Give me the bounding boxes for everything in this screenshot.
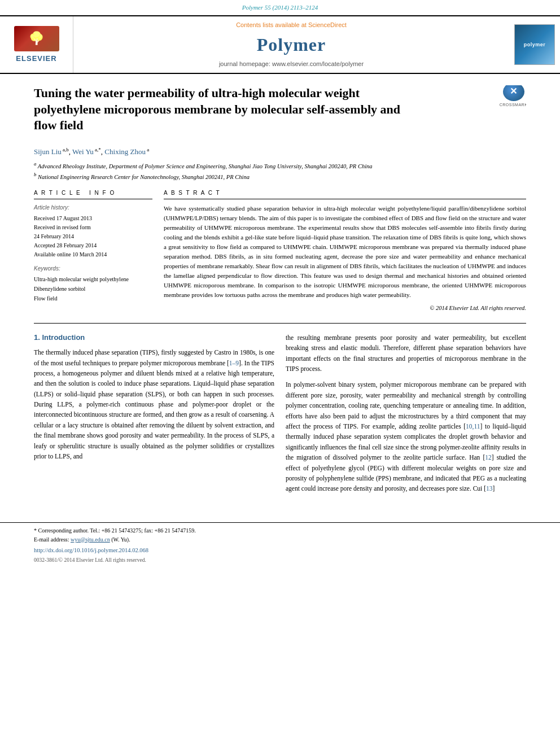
- citation-text: Polymer 55 (2014) 2113–2124: [242, 4, 318, 11]
- science-direct-prefix: Contents lists available at: [236, 21, 308, 28]
- introduction-section: 1. Introduction The thermally induced ph…: [34, 333, 526, 500]
- journal-name: Polymer: [257, 32, 326, 58]
- article-history-label: Article history:: [34, 204, 152, 212]
- affiliation-a: a Advanced Rheology Institute, Departmen…: [34, 160, 526, 171]
- intro-title: 1. Introduction: [34, 333, 274, 343]
- doi-link[interactable]: http://dx.doi.org/10.1016/j.polymer.2014…: [34, 547, 526, 555]
- author-sijun-liu[interactable]: Sijun Liu: [34, 147, 62, 156]
- affiliations: a Advanced Rheology Institute, Departmen…: [34, 160, 526, 181]
- crossmark-badge[interactable]: CrossMark: [501, 85, 526, 108]
- journal-info-center: Contents lists available at ScienceDirec…: [73, 16, 509, 73]
- introduction-col-right: the resulting membrane presents poor por…: [286, 333, 526, 500]
- keywords-label: Keywords:: [34, 265, 152, 273]
- main-content: CrossMark Tuning the water permeability …: [0, 74, 560, 511]
- elsevier-logo: ELSEVIER: [14, 26, 59, 64]
- abstract-header: A B S T R A C T: [164, 189, 526, 199]
- journal-cover-image: polymer: [514, 24, 555, 65]
- article-dates: Received 17 August 2013 Received in revi…: [34, 214, 152, 259]
- article-title: Tuning the water permeability of ultra-h…: [34, 85, 418, 134]
- author-wei-sup: a,*: [94, 147, 101, 152]
- email-name: (W. Yu).: [111, 536, 130, 543]
- keyword-3: Flow field: [34, 294, 152, 303]
- abstract-text: We have systematically studied phase sep…: [164, 204, 526, 300]
- footer: * Corresponding author. Tel.: +86 21 547…: [0, 522, 560, 565]
- article-info-column: A R T I C L E I N F O Article history: R…: [34, 189, 152, 313]
- author-chixing-sup: a: [146, 147, 149, 152]
- corresponding-note: * Corresponding author. Tel.: +86 21 547…: [34, 527, 196, 534]
- abstract-column: A B S T R A C T We have systematically s…: [164, 189, 526, 313]
- science-direct-link[interactable]: Contents lists available at ScienceDirec…: [236, 21, 347, 29]
- author-wei-yu[interactable]: Wei Yu: [72, 147, 94, 156]
- crossmark-icon[interactable]: [503, 85, 524, 101]
- journal-citation-banner: Polymer 55 (2014) 2113–2124: [0, 0, 560, 13]
- abstract-copyright: © 2014 Elsevier Ltd. All rights reserved…: [164, 304, 526, 313]
- author-chixing-zhou[interactable]: Chixing Zhou: [104, 147, 146, 156]
- intro-para-1: The thermally induced phase separation (…: [34, 347, 274, 461]
- elsevier-name: ELSEVIER: [16, 54, 56, 64]
- elsevier-logo-image: [14, 26, 59, 51]
- authors-line: Sijun Liu a,b, Wei Yu a,*, Chixing Zhou …: [34, 146, 526, 158]
- intro-para-3: In polymer-solvent binary system, polyme…: [286, 379, 526, 493]
- publisher-logo-area: ELSEVIER: [0, 16, 73, 73]
- intro-para-2: the resulting membrane presents poor por…: [286, 333, 526, 374]
- email-line: E-mail address: wyu@sjtu.edu.cn (W. Yu).: [34, 535, 526, 544]
- author-sijun-sup: a,b: [62, 147, 69, 152]
- corresponding-author-note: * Corresponding author. Tel.: +86 21 547…: [34, 526, 526, 535]
- ref-link-10-11[interactable]: 10,11: [466, 423, 480, 430]
- affiliation-b: b National Engineering Research Center f…: [34, 171, 526, 181]
- introduction-col-left: 1. Introduction The thermally induced ph…: [34, 333, 274, 500]
- keyword-1: Ultra-high molecular weight polyethylene: [34, 274, 152, 284]
- email-link[interactable]: wyu@sjtu.edu.cn: [71, 536, 110, 543]
- email-label: E-mail address:: [34, 536, 69, 543]
- journal-cover-area: polymer: [509, 16, 560, 73]
- science-direct-name[interactable]: ScienceDirect: [308, 21, 347, 28]
- section-divider: [34, 323, 526, 324]
- article-info-header: A R T I C L E I N F O: [34, 189, 152, 199]
- journal-header: ELSEVIER Contents lists available at Sci…: [0, 15, 560, 74]
- ref-link-13[interactable]: 13: [486, 485, 493, 492]
- crossmark-label: CrossMark: [500, 102, 526, 108]
- ref-link-1-9[interactable]: 1–9: [229, 360, 239, 366]
- keywords-list: Ultra-high molecular weight polyethylene…: [34, 274, 152, 303]
- article-meta-columns: A R T I C L E I N F O Article history: R…: [34, 189, 526, 313]
- keyword-2: Dibenzylidene sorbitol: [34, 284, 152, 294]
- ref-link-12[interactable]: 12: [485, 454, 492, 461]
- issn-text: 0032-3861/© 2014 Elsevier Ltd. All right…: [34, 557, 526, 564]
- journal-homepage: journal homepage: www.elsevier.com/locat…: [219, 60, 364, 68]
